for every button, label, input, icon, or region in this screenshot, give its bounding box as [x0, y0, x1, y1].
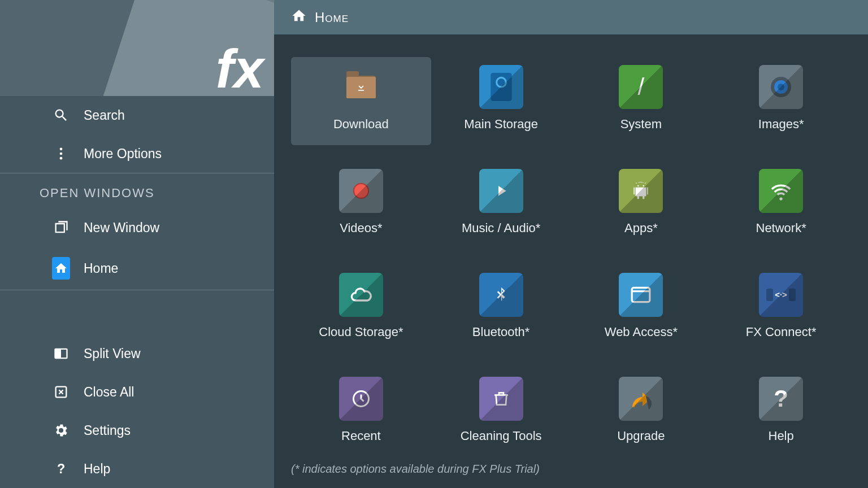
tile-label: System	[620, 117, 662, 132]
tile-label: Bluetooth*	[472, 325, 530, 339]
home-label: Home	[84, 261, 118, 276]
search-icon	[52, 106, 70, 124]
tile-label: Videos*	[340, 221, 382, 236]
settings-button[interactable]: Settings	[0, 411, 274, 450]
breadcrumb-title: Home	[315, 10, 349, 25]
tile-label: FX Connect*	[746, 325, 817, 339]
tile-label: Apps*	[624, 221, 658, 236]
tile-videos[interactable]: Videos*	[291, 161, 431, 249]
search-label: Search	[84, 108, 125, 123]
footer-note: (* indicates options available during FX…	[274, 457, 868, 488]
tile-images[interactable]: Images*	[711, 57, 851, 145]
tile-bluetooth[interactable]: Bluetooth*	[431, 265, 571, 353]
gear-icon	[52, 421, 70, 439]
tile-cloud-storage[interactable]: Cloud Storage*	[291, 265, 431, 353]
tile-system[interactable]: / System	[571, 57, 711, 145]
search-button[interactable]: Search	[0, 96, 274, 134]
svg-text:?: ?	[57, 461, 65, 476]
new-window-icon	[52, 219, 70, 237]
new-window-label: New Window	[84, 220, 159, 236]
svg-rect-4	[55, 349, 62, 358]
svg-point-0	[60, 148, 63, 151]
fx-logo: fx	[216, 42, 264, 96]
tile-network[interactable]: Network*	[711, 161, 851, 249]
close-all-button[interactable]: Close All	[0, 373, 274, 411]
tile-label: Recent	[341, 429, 381, 443]
close-all-label: Close All	[84, 385, 134, 400]
more-options-label: More Options	[84, 146, 162, 162]
tile-cleaning-tools[interactable]: Cleaning Tools	[431, 369, 571, 457]
tile-label: Download	[333, 117, 389, 132]
help-label: Help	[84, 461, 110, 477]
tile-recent[interactable]: Recent	[291, 369, 431, 457]
more-vert-icon	[52, 145, 70, 163]
tile-apps[interactable]: Apps*	[571, 161, 711, 249]
sidebar-hero: fx	[0, 0, 274, 96]
home-icon	[291, 8, 307, 27]
split-view-button[interactable]: Split View	[0, 334, 274, 373]
split-view-icon	[52, 345, 70, 363]
settings-label: Settings	[84, 423, 131, 438]
tile-label: Web Access*	[605, 325, 678, 339]
tile-label: Network*	[756, 221, 806, 236]
svg-point-2	[60, 157, 63, 160]
svg-rect-7	[358, 90, 364, 91]
tile-fx-connect[interactable]: <·> FX Connect*	[711, 265, 851, 353]
tile-web-access[interactable]: Web Access*	[571, 265, 711, 353]
split-view-label: Split View	[84, 346, 141, 361]
tile-label: Help	[769, 429, 794, 443]
new-window-button[interactable]: New Window	[0, 208, 274, 247]
home-icon	[52, 257, 70, 280]
tile-help[interactable]: ? Help	[711, 369, 851, 457]
tile-download[interactable]: Download	[291, 57, 431, 145]
more-options-button[interactable]: More Options	[0, 134, 274, 173]
svg-point-1	[60, 152, 63, 155]
help-button[interactable]: ? Help	[0, 450, 274, 488]
tile-main-storage[interactable]: Main Storage	[431, 57, 571, 145]
tile-upgrade[interactable]: Upgrade	[571, 369, 711, 457]
tile-label: Cloud Storage*	[319, 325, 403, 339]
sidebar-item-home[interactable]: Home	[0, 247, 274, 290]
tile-label: Upgrade	[617, 429, 665, 443]
tile-label: Music / Audio*	[462, 221, 540, 236]
tile-label: Images*	[758, 117, 804, 132]
tile-label: Main Storage	[464, 117, 538, 132]
sidebar: fx Search More Options OPEN WINDOWS New …	[0, 0, 274, 488]
main-panel: Home Download Main Storage / System	[274, 0, 868, 488]
open-windows-heading: OPEN WINDOWS	[0, 173, 274, 208]
tile-music[interactable]: Music / Audio*	[431, 161, 571, 249]
breadcrumb: Home	[274, 0, 868, 34]
help-icon: ?	[52, 460, 70, 478]
tile-label: Cleaning Tools	[461, 429, 542, 443]
close-all-icon	[52, 383, 70, 401]
tile-grid: Download Main Storage / System Images* V…	[274, 34, 868, 457]
